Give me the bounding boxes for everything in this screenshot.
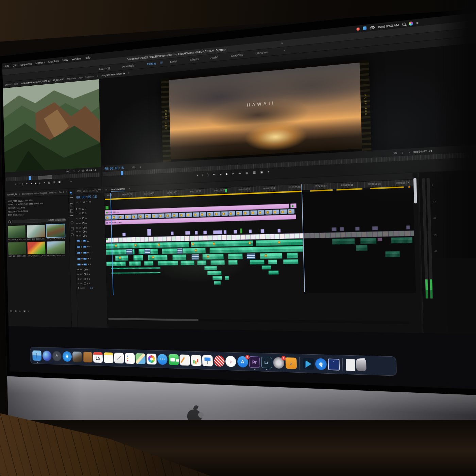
lock-icon[interactable]: [78, 278, 79, 279]
timeline-clip-fx[interactable]: [228, 211, 235, 216]
dock-quicktime[interactable]: Q: [315, 358, 327, 370]
dock-google-drive[interactable]: [303, 358, 314, 370]
solo-button[interactable]: S: [89, 278, 90, 280]
solo-button[interactable]: S: [90, 258, 91, 260]
solo-button[interactable]: S: [89, 283, 90, 285]
marker-icon[interactable]: ▾: [15, 183, 16, 186]
timeline-clip[interactable]: [203, 231, 207, 234]
add-button-icon[interactable]: +: [70, 180, 72, 183]
icon-view-icon[interactable]: ▦: [15, 310, 17, 312]
timeline-clip-fx[interactable]: [112, 215, 118, 220]
track-name[interactable]: A4: [83, 263, 87, 265]
status-red-icon[interactable]: [356, 27, 360, 31]
audio-clip[interactable]: [225, 276, 229, 280]
audio-clip[interactable]: [115, 255, 128, 261]
tab-metadata[interactable]: Metadata: [67, 77, 76, 81]
audio-clip[interactable]: [250, 259, 265, 265]
project-clip[interactable]: A007_C008_0321GL_19:09: [8, 225, 26, 241]
program-playhead[interactable]: [121, 171, 123, 175]
dock-news[interactable]: [214, 355, 225, 367]
dock-launchpad[interactable]: [52, 351, 62, 361]
snap-icon[interactable]: ∩: [80, 201, 81, 204]
audio-clip[interactable]: [133, 255, 143, 261]
program-panel-menu-icon[interactable]: ≡: [128, 71, 130, 74]
settings-wrench-icon[interactable]: [78, 170, 80, 172]
mute-button[interactable]: M: [88, 263, 89, 265]
source-monitor-view[interactable]: [3, 79, 101, 172]
tab-bin-1[interactable]: Bin: 1: [59, 191, 64, 194]
dock-music-folder[interactable]: ♪: [285, 357, 297, 369]
menu-markers[interactable]: Markers: [35, 60, 45, 65]
audio-clip[interactable]: [260, 253, 282, 259]
source-zoom-level[interactable]: 1/16: [66, 170, 70, 173]
play-icon[interactable]: ▶: [226, 172, 228, 175]
lock-icon[interactable]: [81, 252, 82, 253]
timeline-clip-fx[interactable]: [172, 213, 178, 218]
tab-bin-cinematic[interactable]: Bin: Cinematic Trailers Designed 1 Stere…: [22, 191, 57, 195]
comparison-view-icon[interactable]: +: [268, 170, 269, 173]
linked-selection-icon[interactable]: ⧓: [83, 201, 85, 204]
timeline-clip-fx[interactable]: [236, 211, 242, 216]
audio-clip[interactable]: [228, 253, 243, 259]
lock-icon[interactable]: [78, 273, 79, 275]
lock-icon[interactable]: [76, 208, 77, 209]
audio-clip[interactable]: [157, 261, 178, 266]
mark-out-icon[interactable]: }: [22, 183, 23, 185]
audio-clip[interactable]: [197, 260, 206, 265]
lock-icon[interactable]: [82, 264, 83, 265]
dock-safari[interactable]: [62, 351, 72, 361]
wifi-icon[interactable]: [370, 26, 375, 30]
timeline-clip[interactable]: [147, 229, 151, 236]
dock-textedit[interactable]: [114, 353, 124, 363]
audio-clip[interactable]: [129, 261, 141, 266]
lock-icon[interactable]: [76, 235, 78, 237]
timeline-menu-icon[interactable]: ≡: [129, 187, 130, 190]
solo-button[interactable]: S: [89, 245, 90, 248]
track-name[interactable]: A7: [80, 278, 83, 280]
mark-in-icon[interactable]: {: [19, 183, 19, 185]
audio-clip[interactable]: [268, 270, 279, 274]
insert-mode-icon[interactable]: ≋: [76, 201, 78, 204]
lock-icon[interactable]: [76, 231, 78, 233]
menu-view[interactable]: View: [62, 58, 68, 62]
track-name[interactable]: V2: [79, 235, 82, 237]
timeline-clip[interactable]: [234, 230, 237, 234]
timeline-clip-fx[interactable]: [280, 209, 287, 214]
tab-effect-controls[interactable]: Effect Controls: [5, 82, 18, 86]
tab-sequence-new-hawaii[interactable]: New hawaii 8k: [111, 187, 125, 191]
audio-clip[interactable]: [181, 260, 194, 265]
timeline-clip-fx[interactable]: [257, 210, 265, 215]
timeline-clip[interactable]: [122, 233, 126, 236]
go-to-out-icon[interactable]: ↠: [238, 171, 241, 175]
sync-lock-icon[interactable]: [85, 212, 86, 214]
dock-finder[interactable]: [32, 350, 41, 361]
timeline-clip-fx[interactable]: [105, 215, 111, 220]
audio-clip[interactable]: [214, 281, 221, 285]
dock-reminders[interactable]: [125, 353, 135, 363]
dock-facetime[interactable]: [168, 354, 179, 365]
menu-help[interactable]: Help: [85, 55, 90, 60]
titlebar-overflow-icon[interactable]: »: [281, 41, 283, 45]
timeline-clip-fx[interactable]: [250, 210, 257, 215]
razor-tool-icon[interactable]: [70, 209, 73, 213]
timeline-clip[interactable]: [185, 231, 190, 235]
dock-notes[interactable]: [103, 352, 113, 363]
timeline-clip-fx[interactable]: [138, 214, 144, 219]
timeline-clip-fx[interactable]: [243, 210, 250, 216]
dock-pages[interactable]: [180, 354, 190, 366]
timeline-clip-fx[interactable]: [125, 215, 131, 219]
audio-clip[interactable]: [268, 259, 277, 264]
go-to-in-icon[interactable]: ⇤: [26, 182, 28, 185]
lock-icon[interactable]: [78, 269, 79, 270]
new-bin-icon[interactable]: ▣: [23, 310, 26, 312]
slip-tool-icon[interactable]: [70, 215, 73, 219]
status-app-icon[interactable]: [363, 26, 367, 30]
step-back-icon[interactable]: ◂: [220, 172, 222, 176]
timeline-clip-fx[interactable]: [118, 215, 124, 219]
track-select-tool-icon[interactable]: [70, 197, 73, 201]
timeline-settings-icon[interactable]: ⚙: [89, 201, 91, 203]
lock-icon[interactable]: [81, 258, 82, 259]
track-name[interactable]: A3: [83, 258, 87, 260]
workspace-audio[interactable]: Audio: [210, 55, 218, 60]
audio-clip[interactable]: [148, 255, 168, 260]
